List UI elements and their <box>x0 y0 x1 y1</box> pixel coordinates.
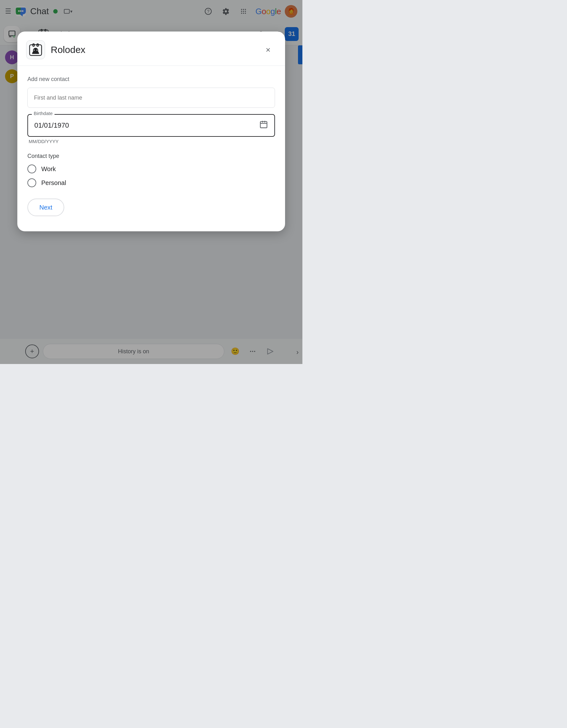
radio-personal-circle <box>27 178 36 187</box>
radio-work-label: Work <box>41 165 56 173</box>
radio-work-circle <box>27 165 36 173</box>
contact-type-radio-group: Work Personal <box>27 165 275 187</box>
birthdate-label: Birthdate <box>32 111 55 116</box>
close-modal-btn[interactable]: × <box>261 43 275 57</box>
birthdate-input[interactable] <box>34 121 259 130</box>
calendar-picker-btn[interactable] <box>259 120 268 131</box>
modal-logo <box>26 40 45 59</box>
date-format-hint: MM/DD/YYYY <box>29 139 275 144</box>
svg-rect-40 <box>262 121 263 123</box>
rolodex-modal: Rolodex × Add new contact Birthdate <box>17 32 285 231</box>
rolodex-modal-icon <box>29 43 43 57</box>
modal-overlay: Rolodex × Add new contact Birthdate <box>0 0 302 364</box>
next-button[interactable]: Next <box>27 199 64 216</box>
name-input[interactable] <box>27 88 275 108</box>
add-contact-label: Add new contact <box>27 76 275 83</box>
svg-rect-38 <box>261 122 267 128</box>
radio-personal-label: Personal <box>41 179 66 187</box>
birthdate-wrapper: Birthdate <box>27 114 275 137</box>
radio-work[interactable]: Work <box>27 165 275 173</box>
modal-header: Rolodex × <box>17 32 285 66</box>
radio-personal[interactable]: Personal <box>27 178 275 187</box>
modal-title: Rolodex <box>51 44 261 55</box>
contact-type-label: Contact type <box>27 153 275 159</box>
svg-rect-41 <box>264 121 265 123</box>
svg-point-37 <box>34 48 37 51</box>
calendar-icon <box>259 120 268 129</box>
birthdate-input-row <box>27 114 275 137</box>
modal-body: Add new contact Birthdate <box>17 66 285 231</box>
